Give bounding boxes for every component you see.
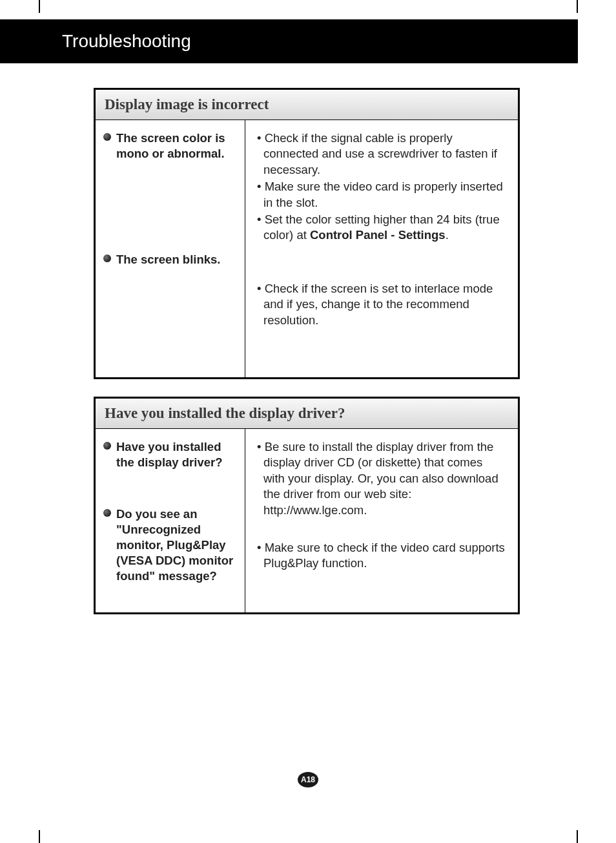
solution-text: Be sure to install the display driver fr… (252, 439, 506, 518)
section-header: Display image is incorrect (96, 90, 518, 120)
solution-text: Make sure the video card is properly ins… (252, 179, 506, 211)
bullet-icon (103, 442, 111, 450)
crop-mark (39, 830, 40, 843)
problem-item: Have you installed the display driver? (103, 439, 238, 470)
problem-item: The screen color is mono or abnormal. (103, 130, 238, 161)
bullet-icon (103, 509, 111, 517)
problem-text: Do you see an "Unrecognized monitor, Plu… (116, 506, 238, 584)
solution-text: Set the color setting higher than 24 bit… (252, 212, 506, 244)
crop-mark (577, 830, 578, 843)
solution-text: Make sure to check if the video card sup… (252, 540, 506, 572)
crop-mark (577, 0, 578, 13)
solutions-column: Be sure to install the display driver fr… (245, 429, 518, 612)
problem-text: The screen blinks. (116, 252, 220, 267)
page-title: Troubleshooting (0, 19, 578, 63)
problems-column: Have you installed the display driver? D… (96, 429, 245, 612)
problems-column: The screen color is mono or abnormal. Th… (96, 120, 245, 377)
bullet-icon (103, 133, 111, 141)
section-display-image: Display image is incorrect The screen co… (94, 88, 520, 379)
section-header: Have you installed the display driver? (96, 399, 518, 429)
page-number-badge: A18 (298, 772, 318, 787)
solutions-column: Check if the signal cable is properly co… (245, 120, 518, 377)
problem-item: The screen blinks. (103, 252, 238, 267)
section-display-driver: Have you installed the display driver? H… (94, 397, 520, 614)
problem-text: Have you installed the display driver? (116, 439, 238, 470)
crop-mark (39, 0, 40, 13)
solution-text: Check if the signal cable is properly co… (252, 130, 506, 178)
problem-text: The screen color is mono or abnormal. (116, 130, 238, 161)
solution-text: Check if the screen is set to interlace … (252, 281, 506, 328)
problem-item: Do you see an "Unrecognized monitor, Plu… (103, 506, 238, 584)
bullet-icon (103, 255, 111, 262)
